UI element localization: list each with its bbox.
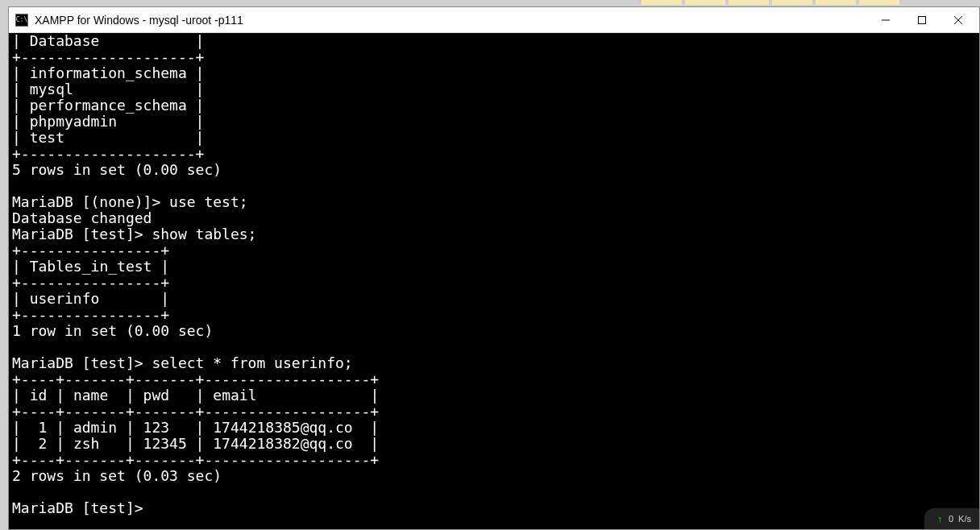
- db-changed-msg: Database changed: [12, 209, 152, 226]
- db-row: | mysql |: [12, 81, 204, 97]
- tbl-header-row: | Tables_in_test |: [12, 258, 169, 275]
- maximize-button[interactable]: [903, 8, 940, 32]
- db-row: | performance_schema |: [12, 97, 204, 114]
- prompt-line: MariaDB [test]>: [12, 499, 152, 516]
- tbl-divider: +----------------+: [12, 242, 169, 259]
- tbl-divider: +----------------+: [12, 306, 169, 323]
- tbl-divider: +----------------+: [12, 274, 169, 291]
- cmd-icon: C:\: [15, 14, 28, 27]
- userinfo-row: | 2 | zsh | 12345 | 1744218382@qq.co |: [12, 435, 379, 452]
- terminal-window: C:\ XAMPP for Windows - mysql -uroot -p1…: [8, 6, 980, 530]
- db-row: | test |: [12, 129, 204, 146]
- titlebar[interactable]: C:\ XAMPP for Windows - mysql -uroot -p1…: [9, 7, 979, 33]
- prompt-line: MariaDB [test]> select * from userinfo;: [12, 354, 353, 371]
- network-status-widget[interactable]: ↑ 0 K/s: [924, 508, 979, 529]
- db-table-header-row: | Database |: [12, 33, 204, 49]
- terminal-output: | Database | +--------------------+ | in…: [9, 33, 379, 516]
- userinfo-divider: +----+-------+-------+------------------…: [12, 451, 379, 468]
- background-tabs: [0, 0, 980, 6]
- userinfo-header-row: | id | name | pwd | email |: [12, 387, 379, 404]
- svg-rect-1: [918, 16, 925, 23]
- result-summary: 5 rows in set (0.00 sec): [12, 161, 222, 178]
- db-table-divider: +--------------------+: [12, 48, 204, 65]
- userinfo-divider: +----+-------+-------+------------------…: [12, 403, 379, 420]
- terminal-area[interactable]: | Database | +--------------------+ | in…: [9, 33, 979, 529]
- db-table-divider: +--------------------+: [12, 145, 204, 162]
- minimize-button[interactable]: [867, 8, 903, 32]
- userinfo-row: | 1 | admin | 123 | 1744218385@qq.co |: [12, 419, 379, 436]
- tbl-row: | userinfo |: [12, 290, 169, 307]
- upload-arrow-icon: ↑: [937, 511, 942, 527]
- window-title: XAMPP for Windows - mysql -uroot -p111: [33, 14, 867, 27]
- prompt-line: MariaDB [(none)]> use test;: [12, 193, 248, 210]
- result-summary: 2 rows in set (0.03 sec): [12, 467, 222, 484]
- prompt-line: MariaDB [test]> show tables;: [12, 226, 256, 242]
- result-summary: 1 row in set (0.00 sec): [12, 322, 213, 339]
- close-button[interactable]: [940, 8, 976, 32]
- db-row: | information_schema |: [12, 64, 204, 81]
- network-speed: 0 K/s: [949, 511, 971, 527]
- db-row: | phpmyadmin |: [12, 113, 204, 130]
- userinfo-divider: +----+-------+-------+------------------…: [12, 371, 379, 387]
